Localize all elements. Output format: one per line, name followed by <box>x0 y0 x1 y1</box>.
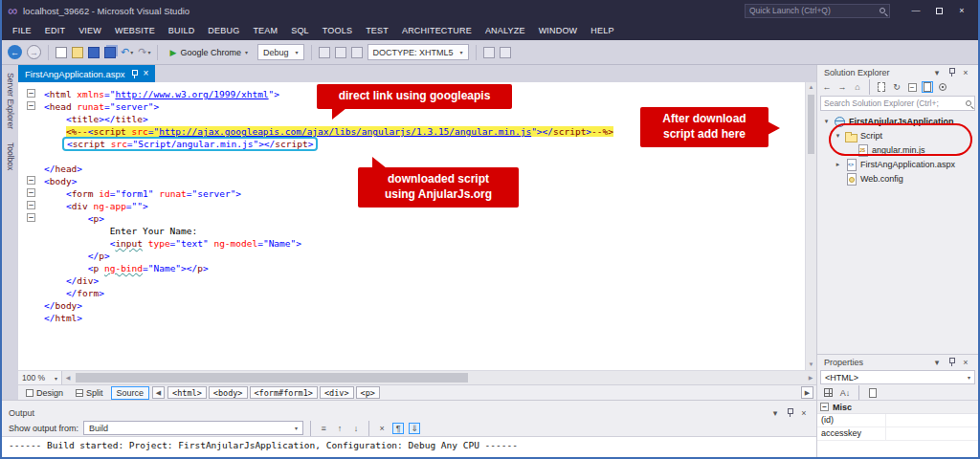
menu-analyze[interactable]: ANALYZE <box>479 21 532 40</box>
pin-icon[interactable] <box>947 358 955 367</box>
breadcrumb-item[interactable]: <p> <box>356 386 380 399</box>
tree-item-angular-min-js[interactable]: angular.min.js <box>817 142 978 157</box>
close-icon[interactable]: × <box>144 69 149 78</box>
code-line-16[interactable]: </div> <box>18 274 805 287</box>
menu-edit[interactable]: EDIT <box>38 21 72 40</box>
tree-item-web-config[interactable]: Web.config <box>817 171 978 186</box>
document-tab[interactable]: FirstAngApplication.aspx × <box>18 65 155 82</box>
code-line-14[interactable]: </p> <box>18 250 805 262</box>
scrollbar-thumb[interactable] <box>808 95 814 154</box>
find-message-icon[interactable]: ≡ <box>318 423 329 434</box>
design-view-button[interactable]: Design <box>21 386 68 400</box>
save-icon[interactable] <box>88 47 100 58</box>
vertical-scrollbar[interactable]: ▲ ▼ <box>805 82 816 370</box>
property-value[interactable] <box>886 427 978 440</box>
configuration-select[interactable]: Debug ▾ <box>257 44 304 60</box>
menu-team[interactable]: TEAM <box>246 21 284 40</box>
breadcrumb-item[interactable]: <form#form1> <box>250 386 318 399</box>
code-line-15[interactable]: <p ng-bind="Name"></p> <box>18 262 805 274</box>
property-row-accesskey[interactable]: accesskey <box>817 427 978 441</box>
next-message-icon[interactable]: ↓ <box>350 423 362 434</box>
attach-debugger-icon[interactable] <box>319 47 330 58</box>
breadcrumb-forward-icon[interactable]: ▶ <box>801 386 813 399</box>
pin-icon[interactable] <box>131 70 138 78</box>
property-pages-icon[interactable] <box>867 387 879 399</box>
home-icon[interactable]: ⌂ <box>852 81 863 93</box>
side-tab-toolbox[interactable]: Toolbox <box>6 141 15 172</box>
scroll-down-icon[interactable]: ▼ <box>806 360 816 370</box>
prev-message-icon[interactable]: ↑ <box>334 423 345 434</box>
properties-section-row[interactable]: − Misc <box>817 401 978 414</box>
expander-icon[interactable]: ▾ <box>834 132 842 140</box>
breadcrumb-item[interactable]: <body> <box>209 386 248 399</box>
split-view-button[interactable]: Split <box>71 386 108 400</box>
autoscroll-icon[interactable]: ⇓ <box>409 423 420 434</box>
menu-view[interactable]: VIEW <box>72 21 108 40</box>
code-editor[interactable]: −<html xmlns="http://www.w3.org/1999/xht… <box>18 82 816 370</box>
scroll-left-icon[interactable]: ◀ <box>62 371 74 384</box>
menu-build[interactable]: BUILD <box>162 21 202 40</box>
code-line-18[interactable]: </body> <box>18 299 805 312</box>
word-wrap-icon[interactable]: ¶ <box>392 423 404 434</box>
redo-icon[interactable]: ↷▾ <box>138 46 150 58</box>
html-tools-icon[interactable] <box>500 47 511 58</box>
tree-item-firstangapplication-aspx[interactable]: ▸FirstAngApplication.aspx <box>817 157 978 171</box>
back-icon[interactable]: ← <box>821 81 833 93</box>
property-row-id[interactable]: (id) <box>817 414 978 427</box>
fold-collapse-icon[interactable]: − <box>27 89 35 98</box>
close-icon[interactable]: × <box>798 407 810 419</box>
solution-explorer-search-input[interactable] <box>824 98 963 108</box>
categorized-icon[interactable] <box>822 387 834 399</box>
quick-launch-box[interactable] <box>745 4 890 18</box>
properties-object-select[interactable]: <HTML> ▾ <box>820 370 975 384</box>
scrollbar-thumb[interactable] <box>76 373 468 382</box>
breadcrumb-item[interactable]: <html> <box>167 386 207 399</box>
window-position-icon[interactable]: ▾ <box>931 67 943 78</box>
code-line-19[interactable]: </html> <box>18 312 805 324</box>
menu-tools[interactable]: TOOLS <box>316 21 359 40</box>
undo-icon[interactable]: ↶▾ <box>121 46 133 58</box>
side-tab-server-explorer[interactable]: Server Explorer <box>6 71 15 131</box>
fold-collapse-icon[interactable]: − <box>27 188 35 197</box>
save-all-icon[interactable] <box>104 47 116 58</box>
fold-collapse-icon[interactable]: − <box>27 101 35 110</box>
expander-icon[interactable]: ▾ <box>822 118 831 125</box>
start-debug-button[interactable]: ▶ Google Chrome ▾ <box>165 44 252 61</box>
refresh-icon[interactable]: ↻ <box>891 81 902 93</box>
scroll-right-icon[interactable]: ▶ <box>805 371 816 384</box>
property-value[interactable] <box>886 414 978 426</box>
fold-collapse-icon[interactable]: − <box>27 213 35 222</box>
breadcrumb-back-icon[interactable]: ◀ <box>152 386 165 399</box>
close-icon[interactable]: × <box>960 67 971 78</box>
code-line-12[interactable]: Enter Your Name: <box>18 225 805 237</box>
style-tools-icon[interactable] <box>483 47 495 58</box>
maximize-button[interactable] <box>928 3 949 18</box>
menu-window[interactable]: WINDOW <box>532 21 585 40</box>
code-line-17[interactable]: </form> <box>18 287 805 299</box>
menu-sql[interactable]: SQL <box>284 21 316 40</box>
pin-icon[interactable] <box>786 408 793 418</box>
format-document-icon[interactable] <box>335 47 346 58</box>
output-log[interactable]: ------ Build started: Project: FirstAnju… <box>2 436 816 457</box>
close-icon[interactable]: × <box>960 357 971 368</box>
menu-architecture[interactable]: ARCHITECTURE <box>395 21 479 40</box>
code-line-13[interactable]: <input type="text" ng-model="Name"> <box>18 237 805 250</box>
preview-selected-icon[interactable] <box>922 81 933 93</box>
minimize-button[interactable]: — <box>905 3 926 18</box>
forward-icon[interactable]: → <box>836 81 848 93</box>
navigate-back-icon[interactable]: ← <box>8 45 22 59</box>
open-file-icon[interactable] <box>72 47 83 58</box>
expander-icon[interactable]: ▸ <box>834 161 842 168</box>
show-all-files-icon[interactable] <box>876 81 887 93</box>
comment-icon[interactable] <box>351 47 363 58</box>
scroll-up-icon[interactable]: ▲ <box>806 82 816 93</box>
new-file-icon[interactable] <box>56 47 67 58</box>
pin-icon[interactable] <box>947 68 955 77</box>
menu-website[interactable]: WEBSITE <box>108 21 162 40</box>
code-line-6[interactable] <box>18 150 805 163</box>
breadcrumb-item[interactable]: <div> <box>320 386 354 399</box>
alphabetical-icon[interactable]: A↓ <box>839 387 851 399</box>
window-position-icon[interactable]: ▾ <box>769 407 781 419</box>
menu-file[interactable]: FILE <box>6 21 38 40</box>
collapse-section-icon[interactable]: − <box>820 403 829 411</box>
